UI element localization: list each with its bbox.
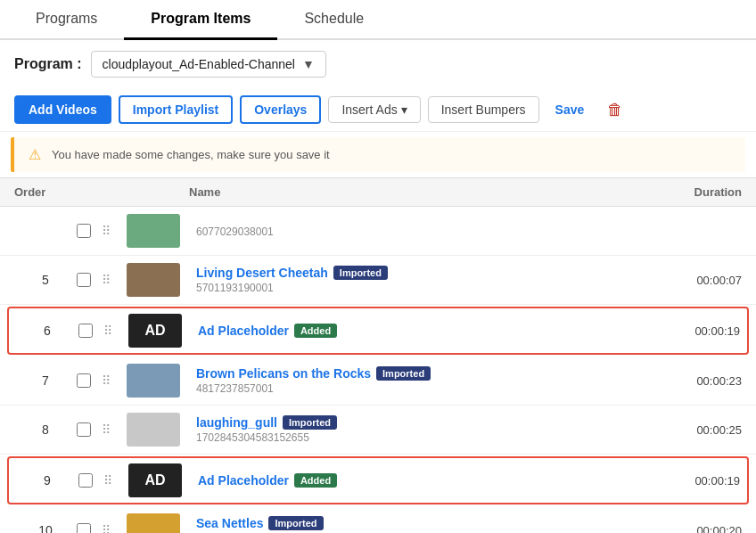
item-info: Living Desert Cheetah Imported 570119319…: [189, 266, 653, 294]
warning-text: You have made some changes, make sure yo…: [52, 148, 330, 161]
drag-handle-icon[interactable]: ⠿: [103, 473, 128, 488]
duration: 00:00:19: [651, 474, 740, 488]
program-value: cloudplayout_Ad-Enabled-Channel: [103, 57, 295, 71]
drag-handle-icon[interactable]: ⠿: [102, 422, 127, 437]
insert-ads-button[interactable]: Insert Ads ▾: [328, 96, 420, 123]
dropdown-chevron-icon: ▼: [302, 57, 315, 71]
table-row: 10 ⠿ Sea Nettles Imported 5977793284001 …: [0, 506, 756, 533]
add-videos-button[interactable]: Add Videos: [14, 95, 111, 124]
row-checkbox[interactable]: [77, 373, 91, 388]
warning-icon: ⚠: [29, 146, 41, 163]
row-checkbox[interactable]: [77, 273, 91, 287]
item-id: 5701193190001: [196, 282, 274, 294]
item-id: 1702845304583152655: [196, 431, 309, 444]
insert-ads-label: Insert Ads: [341, 102, 397, 117]
item-id: 6077029038001: [196, 226, 274, 238]
item-name: Ad Placeholder: [198, 324, 289, 338]
duration: 00:00:23: [653, 374, 742, 388]
drag-handle-icon[interactable]: ⠿: [102, 523, 127, 533]
thumbnail: [127, 364, 180, 398]
drag-handle-icon[interactable]: ⠿: [103, 324, 128, 338]
thumbnail: [127, 413, 180, 447]
tab-programs[interactable]: Programs: [9, 0, 124, 40]
order-num: 9: [16, 473, 78, 488]
thumbnail: [127, 513, 180, 533]
overlays-button[interactable]: Overlays: [240, 95, 321, 124]
ad-thumb: AD: [128, 463, 182, 497]
imported-badge: Imported: [376, 366, 431, 381]
row-checkbox[interactable]: [77, 224, 91, 238]
item-info: laughing_gull Imported 17028453045831526…: [189, 415, 653, 444]
program-label: Program :: [14, 56, 82, 72]
tab-schedule[interactable]: Schedule: [277, 0, 390, 40]
imported-badge: Imported: [268, 516, 323, 530]
added-badge: Added: [294, 324, 337, 338]
table-row: ⠿ 6077029038001: [0, 207, 756, 256]
table-row: 7 ⠿ Brown Pelicans on the Rocks Imported…: [0, 357, 756, 406]
drag-handle-icon[interactable]: ⠿: [102, 273, 127, 287]
item-info: Brown Pelicans on the Rocks Imported 481…: [189, 366, 653, 395]
table-row-highlighted: 9 ⠿ AD Ad Placeholder Added 00:00:19: [7, 456, 749, 504]
item-info: 6077029038001: [189, 224, 653, 238]
row-checkbox[interactable]: [77, 422, 91, 437]
order-num: 7: [14, 373, 77, 388]
delete-button[interactable]: 🗑: [600, 97, 630, 123]
duration: 00:00:20: [653, 524, 742, 534]
imported-badge: Imported: [283, 415, 337, 430]
item-info: Ad Placeholder Added: [191, 324, 651, 338]
item-name: laughing_gull: [196, 415, 277, 430]
imported-badge: Imported: [333, 266, 388, 280]
row-checkbox[interactable]: [78, 324, 93, 338]
thumbnail: [127, 263, 180, 297]
warning-bar: ⚠ You have made some changes, make sure …: [11, 137, 745, 172]
save-button[interactable]: Save: [546, 97, 594, 122]
tab-program-items[interactable]: Program Items: [124, 0, 277, 40]
item-info: Ad Placeholder Added: [191, 473, 651, 488]
row-checkbox[interactable]: [78, 473, 93, 488]
drag-handle-icon[interactable]: ⠿: [102, 373, 127, 388]
drag-handle-icon[interactable]: ⠿: [102, 224, 127, 238]
duration: 00:00:19: [651, 324, 740, 338]
insert-bumpers-button[interactable]: Insert Bumpers: [428, 96, 539, 123]
order-num: 6: [16, 324, 78, 338]
ad-thumb: AD: [128, 314, 182, 348]
item-name: Ad Placeholder: [198, 473, 289, 488]
table-row: 5 ⠿ Living Desert Cheetah Imported 57011…: [0, 256, 756, 305]
row-checkbox[interactable]: [77, 523, 91, 533]
added-badge: Added: [294, 473, 337, 488]
order-num: 10: [14, 523, 77, 533]
col-name-header: Name: [189, 185, 653, 199]
item-id: 4817237857001: [196, 382, 274, 395]
col-duration-header: Duration: [653, 185, 742, 199]
order-num: 5: [14, 273, 77, 287]
duration: 00:00:07: [653, 274, 742, 287]
item-name: Living Desert Cheetah: [196, 266, 328, 280]
insert-ads-chevron-icon: ▾: [401, 102, 407, 117]
item-name: Sea Nettles: [196, 516, 263, 530]
duration: 00:00:25: [653, 423, 742, 437]
item-info: Sea Nettles Imported 5977793284001: [189, 516, 653, 533]
col-order-header: Order: [14, 185, 77, 199]
import-playlist-button[interactable]: Import Playlist: [119, 95, 233, 124]
table-header: Order Name Duration: [0, 177, 756, 207]
table-row: 8 ⠿ laughing_gull Imported 1702845304583…: [0, 406, 756, 455]
program-select[interactable]: cloudplayout_Ad-Enabled-Channel ▼: [91, 51, 326, 78]
thumbnail: [127, 214, 180, 248]
order-num: 8: [14, 422, 77, 437]
program-row: Program : cloudplayout_Ad-Enabled-Channe…: [0, 40, 756, 88]
tab-bar: Programs Program Items Schedule: [0, 0, 756, 40]
toolbar: Add Videos Import Playlist Overlays Inse…: [0, 88, 756, 132]
item-name: Brown Pelicans on the Rocks: [196, 366, 371, 381]
table-row-highlighted: 6 ⠿ AD Ad Placeholder Added 00:00:19: [7, 307, 749, 355]
